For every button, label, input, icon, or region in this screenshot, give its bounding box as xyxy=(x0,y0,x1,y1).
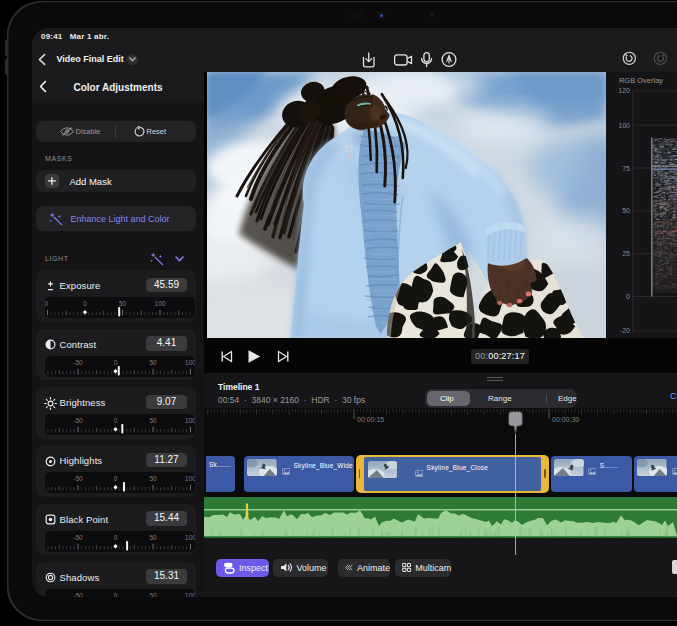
svg-text:-50: -50 xyxy=(73,359,83,366)
svg-text:-50: -50 xyxy=(73,417,83,424)
svg-text:0: 0 xyxy=(114,534,118,541)
svg-text:50: 50 xyxy=(149,359,157,366)
svg-text:-50: -50 xyxy=(73,475,83,482)
svg-text:-50: -50 xyxy=(73,592,83,597)
svg-text:120: 120 xyxy=(618,87,630,94)
svg-text:0: 0 xyxy=(114,475,118,482)
svg-text:-20: -20 xyxy=(620,327,630,334)
svg-text:0: 0 xyxy=(114,417,118,424)
svg-text:50: 50 xyxy=(149,534,157,541)
svg-text:100: 100 xyxy=(185,417,195,424)
svg-text:100: 100 xyxy=(185,592,195,597)
svg-text:100: 100 xyxy=(618,122,630,129)
svg-text:25: 25 xyxy=(622,250,630,257)
svg-text:-50: -50 xyxy=(73,534,83,541)
svg-text:100: 100 xyxy=(185,534,195,541)
svg-text:00:00:15: 00:00:15 xyxy=(357,416,384,423)
svg-text:RGB Overlay: RGB Overlay xyxy=(619,76,663,85)
svg-text:-50: -50 xyxy=(45,300,49,307)
svg-text:50: 50 xyxy=(149,417,157,424)
svg-text:50: 50 xyxy=(622,207,630,214)
svg-text:100: 100 xyxy=(185,359,195,366)
svg-text:0: 0 xyxy=(626,293,630,300)
svg-text:0: 0 xyxy=(114,359,118,366)
svg-text:100: 100 xyxy=(185,475,195,482)
svg-text:75: 75 xyxy=(622,165,630,172)
svg-text:0: 0 xyxy=(114,592,118,597)
svg-text:50: 50 xyxy=(149,592,157,597)
svg-text:50: 50 xyxy=(149,475,157,482)
svg-text:50: 50 xyxy=(119,300,127,307)
svg-text:00:00:30: 00:00:30 xyxy=(552,416,579,423)
svg-text:0: 0 xyxy=(83,300,87,307)
svg-text:100: 100 xyxy=(155,300,166,307)
